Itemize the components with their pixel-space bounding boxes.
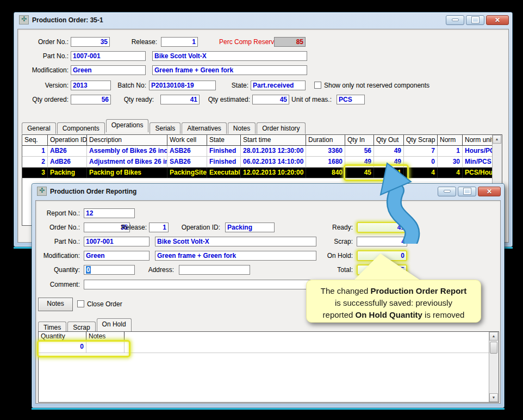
cell-norm[interactable]: 1 bbox=[438, 146, 463, 156]
cell-start-time[interactable]: 12.02.2013 10:20:00 bbox=[241, 168, 306, 178]
col-header-seq[interactable]: Seq. bbox=[22, 135, 48, 146]
minimize-button[interactable] bbox=[446, 15, 464, 25]
col-header-qty-in[interactable]: Qty In bbox=[345, 135, 374, 146]
col-header-work-cell[interactable]: Work cell bbox=[167, 135, 207, 146]
tab-components[interactable]: Components bbox=[57, 122, 105, 134]
cell-qty-scrap[interactable]: 0 bbox=[404, 157, 438, 167]
col-header-notes[interactable]: Notes bbox=[86, 332, 124, 342]
qty-estimated-field[interactable]: 45 bbox=[252, 95, 289, 104]
quantity-field[interactable]: 0 bbox=[84, 265, 135, 275]
cell-seq[interactable]: 3 bbox=[22, 168, 48, 178]
col-header-operation-id[interactable]: Operation ID bbox=[48, 135, 87, 146]
titlebar[interactable]: ✣ Production Order: 35-1 ✕ bbox=[14, 13, 512, 27]
cell-qty-in[interactable]: 45 bbox=[345, 168, 374, 178]
tab-order-history[interactable]: Order history bbox=[257, 122, 305, 134]
on-hold-table-scrollbar[interactable]: ▲ ▼ bbox=[489, 332, 499, 402]
cell-duration[interactable]: 1680 bbox=[306, 157, 345, 167]
cell-seq[interactable]: 1 bbox=[22, 146, 48, 156]
cell-operation-id[interactable]: Packing bbox=[48, 168, 87, 178]
cell-notes[interactable] bbox=[86, 342, 124, 353]
release-label: Release: bbox=[99, 37, 157, 47]
cell-quantity[interactable]: 0 bbox=[39, 342, 86, 353]
col-header-quantity[interactable]: Quantity bbox=[39, 332, 86, 342]
tab-alternatives[interactable]: Alternatives bbox=[182, 122, 227, 134]
batch-no-field[interactable]: P20130108-19 bbox=[149, 81, 216, 90]
cell-work-cell[interactable]: ASB26 bbox=[167, 146, 207, 156]
scrollbar-thumb[interactable] bbox=[490, 342, 497, 354]
cell-qty-out[interactable]: 49 bbox=[374, 157, 404, 167]
col-header-qty-out[interactable]: Qty Out bbox=[374, 135, 404, 146]
part-description-field[interactable]: Bike Scott Volt-X bbox=[155, 237, 316, 246]
report-no-field[interactable]: 12 bbox=[84, 208, 135, 218]
part-no-field[interactable]: 1007-001 bbox=[71, 51, 146, 61]
modification-field[interactable]: Green bbox=[84, 251, 150, 261]
cell-state[interactable]: Finished bbox=[207, 157, 241, 167]
scroll-up-icon[interactable]: ▲ bbox=[489, 332, 498, 341]
titlebar[interactable]: ✣ Production Order Reporting ✕ bbox=[32, 184, 504, 199]
close-button[interactable]: ✕ bbox=[478, 187, 501, 196]
cell-start-time[interactable]: 06.02.2013 14:10:00 bbox=[241, 157, 306, 167]
modification-description-field[interactable]: Green frame + Green fork bbox=[155, 251, 316, 261]
show-only-not-reserved-checkbox[interactable] bbox=[314, 82, 321, 89]
col-header-duration[interactable]: Duration bbox=[306, 135, 345, 146]
close-button[interactable]: ✕ bbox=[486, 15, 509, 25]
close-order-checkbox[interactable] bbox=[77, 300, 84, 307]
col-header-norm[interactable]: Norm bbox=[438, 135, 463, 146]
cell-qty-scrap[interactable]: 7 bbox=[404, 146, 438, 156]
window-controls: ✕ bbox=[438, 187, 501, 196]
part-no-field[interactable]: 1007-001 bbox=[84, 237, 150, 246]
tab-operations[interactable]: Operations bbox=[106, 119, 149, 132]
notes-button[interactable]: Notes bbox=[38, 298, 73, 311]
release-field[interactable]: 1 bbox=[161, 37, 198, 47]
cell-qty-out[interactable]: 49 bbox=[374, 146, 404, 156]
cell-norm[interactable]: 30 bbox=[438, 157, 463, 167]
part-description-field[interactable]: Bike Scott Volt-X bbox=[152, 51, 307, 61]
cell-qty-in[interactable]: 56 bbox=[345, 146, 374, 156]
col-header-description[interactable]: Description bbox=[87, 135, 167, 146]
cell-norm[interactable]: 4 bbox=[438, 168, 463, 178]
table-row[interactable]: 1 AB26 Assembly of Bikes 26 inch ASB26 F… bbox=[22, 146, 502, 157]
state-field[interactable]: Part.received bbox=[251, 81, 306, 90]
col-header-start-time[interactable]: Start time bbox=[241, 135, 306, 146]
cell-state[interactable]: Finished bbox=[207, 146, 241, 156]
unit-of-meas-field[interactable]: PCS bbox=[337, 95, 365, 104]
cell-duration[interactable]: 840 bbox=[306, 168, 345, 178]
tab-on-hold[interactable]: On Hold bbox=[97, 318, 132, 331]
maximize-button[interactable] bbox=[458, 187, 476, 196]
cell-qty-scrap[interactable]: 4 bbox=[404, 168, 438, 178]
cell-seq[interactable]: 2 bbox=[22, 157, 48, 167]
cell-state[interactable]: Executable bbox=[207, 168, 241, 178]
scrap-field[interactable]: 4 bbox=[357, 237, 407, 246]
scroll-up-icon[interactable]: ▲ bbox=[493, 135, 501, 144]
cell-duration[interactable]: 3360 bbox=[306, 146, 345, 156]
address-field[interactable] bbox=[179, 265, 250, 275]
table-row[interactable]: 0 bbox=[39, 342, 499, 353]
cell-start-time[interactable]: 28.01.2013 12:30:00 bbox=[241, 146, 306, 156]
cell-work-cell[interactable]: PackingSite bbox=[167, 168, 207, 178]
release-field[interactable]: 1 bbox=[149, 223, 169, 232]
table-row[interactable]: 2 AdB26 Adjustment of Bikes 26 inch SAB2… bbox=[22, 157, 502, 168]
modification-description-field[interactable]: Green frame + Green fork bbox=[152, 65, 307, 75]
col-header-state[interactable]: State bbox=[207, 135, 241, 146]
maximize-button[interactable] bbox=[466, 15, 484, 25]
callout-line-3: reported On Hold Quantity is removed bbox=[307, 309, 481, 321]
scroll-down-icon[interactable]: ▼ bbox=[489, 393, 498, 402]
cell-description[interactable]: Adjustment of Bikes 26 inch bbox=[87, 157, 167, 167]
cell-qty-in[interactable]: 49 bbox=[345, 157, 374, 167]
tab-notes[interactable]: Notes bbox=[228, 122, 256, 134]
cell-description[interactable]: Packing of Bikes bbox=[87, 168, 167, 178]
ready-field[interactable]: 41 bbox=[357, 222, 407, 233]
modification-field[interactable]: Green bbox=[71, 65, 146, 75]
col-header-qty-scrap[interactable]: Qty Scrap bbox=[404, 135, 438, 146]
cell-operation-id[interactable]: AdB26 bbox=[48, 157, 87, 167]
qty-ready-field[interactable]: 41 bbox=[160, 95, 200, 104]
tab-general[interactable]: General bbox=[22, 122, 56, 134]
cell-operation-id[interactable]: AB26 bbox=[48, 146, 87, 156]
table-row-selected[interactable]: 3 Packing Packing of Bikes PackingSite E… bbox=[22, 168, 502, 178]
cell-qty-out[interactable]: 41 bbox=[374, 168, 404, 178]
minimize-button[interactable] bbox=[438, 187, 456, 196]
cell-work-cell[interactable]: SAB26 bbox=[167, 157, 207, 167]
tab-serials[interactable]: Serials bbox=[150, 122, 180, 134]
cell-description[interactable]: Assembly of Bikes 26 inch bbox=[87, 146, 167, 156]
operation-id-field[interactable]: Packing bbox=[225, 223, 275, 232]
